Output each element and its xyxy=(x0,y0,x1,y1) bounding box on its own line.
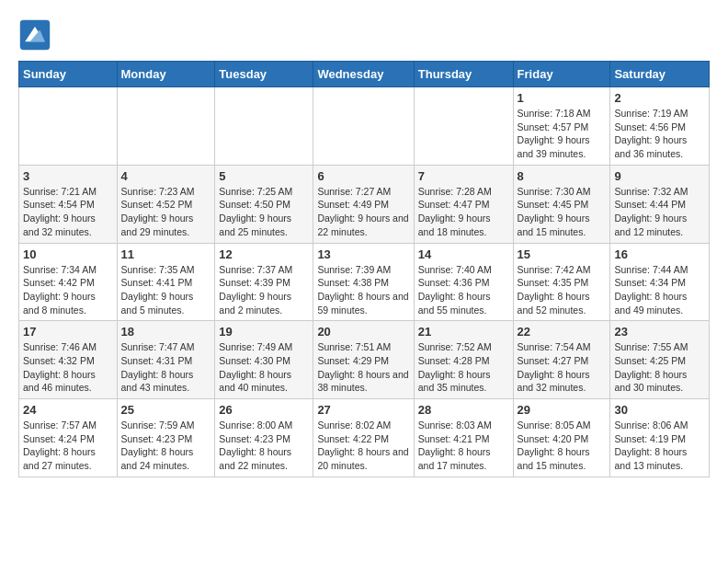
day-info: Sunrise: 8:06 AM Sunset: 4:19 PM Dayligh… xyxy=(614,419,705,473)
calendar-cell: 20Sunrise: 7:51 AM Sunset: 4:29 PM Dayli… xyxy=(313,321,414,399)
day-number: 10 xyxy=(23,247,113,261)
day-number: 1 xyxy=(518,91,607,105)
day-number: 22 xyxy=(518,325,607,339)
day-number: 24 xyxy=(23,403,113,417)
calendar-cell xyxy=(313,87,414,166)
day-info: Sunrise: 7:46 AM Sunset: 4:32 PM Dayligh… xyxy=(23,340,113,395)
day-number: 19 xyxy=(219,325,309,339)
day-info: Sunrise: 7:54 AM Sunset: 4:27 PM Dayligh… xyxy=(518,340,607,395)
day-number: 14 xyxy=(418,247,509,261)
day-info: Sunrise: 7:32 AM Sunset: 4:44 PM Dayligh… xyxy=(614,185,705,239)
day-of-week-header: Wednesday xyxy=(313,62,414,87)
calendar-cell: 13Sunrise: 7:39 AM Sunset: 4:38 PM Dayli… xyxy=(313,243,414,321)
day-number: 16 xyxy=(614,247,705,261)
day-info: Sunrise: 7:23 AM Sunset: 4:52 PM Dayligh… xyxy=(121,185,211,239)
day-number: 8 xyxy=(518,169,607,183)
day-info: Sunrise: 7:37 AM Sunset: 4:39 PM Dayligh… xyxy=(219,263,309,317)
day-info: Sunrise: 7:18 AM Sunset: 4:57 PM Dayligh… xyxy=(518,107,607,161)
calendar-cell: 17Sunrise: 7:46 AM Sunset: 4:32 PM Dayli… xyxy=(19,321,118,399)
day-info: Sunrise: 8:05 AM Sunset: 4:20 PM Dayligh… xyxy=(518,419,607,473)
calendar-table: SundayMondayTuesdayWednesdayThursdayFrid… xyxy=(18,61,710,477)
day-number: 3 xyxy=(23,169,113,183)
calendar-cell: 9Sunrise: 7:32 AM Sunset: 4:44 PM Daylig… xyxy=(610,165,710,243)
calendar-header-row: SundayMondayTuesdayWednesdayThursdayFrid… xyxy=(19,62,710,87)
calendar-cell xyxy=(19,87,118,166)
day-number: 28 xyxy=(418,403,509,417)
day-of-week-header: Tuesday xyxy=(215,62,313,87)
day-number: 18 xyxy=(121,325,211,339)
day-number: 21 xyxy=(418,325,509,339)
day-number: 4 xyxy=(121,169,211,183)
day-number: 15 xyxy=(518,247,607,261)
day-info: Sunrise: 7:42 AM Sunset: 4:35 PM Dayligh… xyxy=(518,263,607,317)
calendar-cell: 18Sunrise: 7:47 AM Sunset: 4:31 PM Dayli… xyxy=(117,321,215,399)
calendar-cell: 10Sunrise: 7:34 AM Sunset: 4:42 PM Dayli… xyxy=(19,243,118,321)
calendar-week-row: 1Sunrise: 7:18 AM Sunset: 4:57 PM Daylig… xyxy=(19,87,710,166)
day-info: Sunrise: 8:00 AM Sunset: 4:23 PM Dayligh… xyxy=(219,419,309,473)
day-info: Sunrise: 7:49 AM Sunset: 4:30 PM Dayligh… xyxy=(219,340,309,395)
day-info: Sunrise: 8:03 AM Sunset: 4:21 PM Dayligh… xyxy=(418,419,509,473)
day-info: Sunrise: 7:27 AM Sunset: 4:49 PM Dayligh… xyxy=(317,185,409,239)
calendar-cell xyxy=(215,87,313,166)
day-info: Sunrise: 7:47 AM Sunset: 4:31 PM Dayligh… xyxy=(121,340,211,395)
day-number: 30 xyxy=(614,403,705,417)
day-info: Sunrise: 7:19 AM Sunset: 4:56 PM Dayligh… xyxy=(614,107,705,161)
calendar-cell: 4Sunrise: 7:23 AM Sunset: 4:52 PM Daylig… xyxy=(117,165,215,243)
day-info: Sunrise: 7:30 AM Sunset: 4:45 PM Dayligh… xyxy=(518,185,607,239)
calendar-cell: 8Sunrise: 7:30 AM Sunset: 4:45 PM Daylig… xyxy=(513,165,610,243)
day-info: Sunrise: 7:44 AM Sunset: 4:34 PM Dayligh… xyxy=(614,263,705,317)
day-info: Sunrise: 7:28 AM Sunset: 4:47 PM Dayligh… xyxy=(418,185,509,239)
calendar-cell: 5Sunrise: 7:25 AM Sunset: 4:50 PM Daylig… xyxy=(215,165,313,243)
calendar-cell: 26Sunrise: 8:00 AM Sunset: 4:23 PM Dayli… xyxy=(215,399,313,477)
calendar-cell: 11Sunrise: 7:35 AM Sunset: 4:41 PM Dayli… xyxy=(117,243,215,321)
day-info: Sunrise: 8:02 AM Sunset: 4:22 PM Dayligh… xyxy=(317,419,409,473)
calendar-cell: 23Sunrise: 7:55 AM Sunset: 4:25 PM Dayli… xyxy=(610,321,710,399)
day-number: 13 xyxy=(317,247,409,261)
day-info: Sunrise: 7:55 AM Sunset: 4:25 PM Dayligh… xyxy=(614,340,705,395)
calendar-cell: 30Sunrise: 8:06 AM Sunset: 4:19 PM Dayli… xyxy=(610,399,710,477)
calendar-week-row: 24Sunrise: 7:57 AM Sunset: 4:24 PM Dayli… xyxy=(19,399,710,477)
logo-icon xyxy=(18,18,51,52)
calendar-cell: 27Sunrise: 8:02 AM Sunset: 4:22 PM Dayli… xyxy=(313,399,414,477)
calendar-cell: 14Sunrise: 7:40 AM Sunset: 4:36 PM Dayli… xyxy=(414,243,513,321)
day-of-week-header: Monday xyxy=(117,62,215,87)
day-of-week-header: Sunday xyxy=(19,62,118,87)
day-number: 6 xyxy=(317,169,409,183)
day-info: Sunrise: 7:39 AM Sunset: 4:38 PM Dayligh… xyxy=(317,263,409,317)
day-of-week-header: Saturday xyxy=(610,62,710,87)
day-number: 27 xyxy=(317,403,409,417)
day-of-week-header: Friday xyxy=(513,62,610,87)
day-number: 5 xyxy=(219,169,309,183)
calendar-cell xyxy=(414,87,513,166)
calendar-cell: 24Sunrise: 7:57 AM Sunset: 4:24 PM Dayli… xyxy=(19,399,118,477)
day-number: 23 xyxy=(614,325,705,339)
calendar-cell: 1Sunrise: 7:18 AM Sunset: 4:57 PM Daylig… xyxy=(513,87,610,166)
day-number: 17 xyxy=(23,325,113,339)
calendar-cell: 3Sunrise: 7:21 AM Sunset: 4:54 PM Daylig… xyxy=(19,165,118,243)
calendar-cell: 21Sunrise: 7:52 AM Sunset: 4:28 PM Dayli… xyxy=(414,321,513,399)
calendar-cell: 28Sunrise: 8:03 AM Sunset: 4:21 PM Dayli… xyxy=(414,399,513,477)
day-number: 9 xyxy=(614,169,705,183)
day-number: 11 xyxy=(121,247,211,261)
page-header xyxy=(18,18,710,52)
calendar-week-row: 3Sunrise: 7:21 AM Sunset: 4:54 PM Daylig… xyxy=(19,165,710,243)
day-number: 26 xyxy=(219,403,309,417)
calendar-cell: 29Sunrise: 8:05 AM Sunset: 4:20 PM Dayli… xyxy=(513,399,610,477)
day-info: Sunrise: 7:57 AM Sunset: 4:24 PM Dayligh… xyxy=(23,419,113,473)
calendar-cell: 15Sunrise: 7:42 AM Sunset: 4:35 PM Dayli… xyxy=(513,243,610,321)
calendar-week-row: 17Sunrise: 7:46 AM Sunset: 4:32 PM Dayli… xyxy=(19,321,710,399)
calendar-cell xyxy=(117,87,215,166)
day-info: Sunrise: 7:21 AM Sunset: 4:54 PM Dayligh… xyxy=(23,185,113,239)
day-number: 7 xyxy=(418,169,509,183)
calendar-cell: 16Sunrise: 7:44 AM Sunset: 4:34 PM Dayli… xyxy=(610,243,710,321)
day-of-week-header: Thursday xyxy=(414,62,513,87)
calendar-cell: 25Sunrise: 7:59 AM Sunset: 4:23 PM Dayli… xyxy=(117,399,215,477)
day-info: Sunrise: 7:25 AM Sunset: 4:50 PM Dayligh… xyxy=(219,185,309,239)
day-info: Sunrise: 7:52 AM Sunset: 4:28 PM Dayligh… xyxy=(418,340,509,395)
day-info: Sunrise: 7:40 AM Sunset: 4:36 PM Dayligh… xyxy=(418,263,509,317)
calendar-cell: 22Sunrise: 7:54 AM Sunset: 4:27 PM Dayli… xyxy=(513,321,610,399)
day-number: 20 xyxy=(317,325,409,339)
day-number: 29 xyxy=(518,403,607,417)
day-info: Sunrise: 7:34 AM Sunset: 4:42 PM Dayligh… xyxy=(23,263,113,317)
day-number: 25 xyxy=(121,403,211,417)
